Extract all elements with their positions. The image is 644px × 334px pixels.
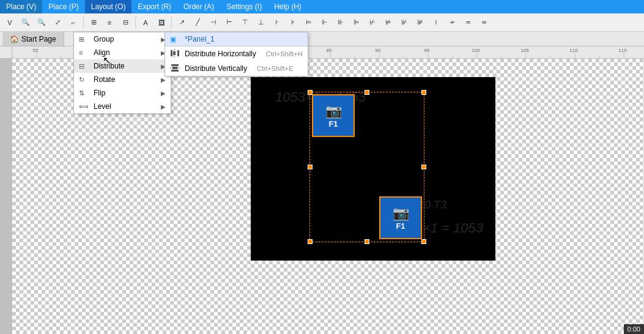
toolbar-btn-group[interactable]: ⊞ — [86, 15, 101, 30]
toolbar-btn-fullscreen[interactable]: ⤢ — [50, 15, 65, 30]
toolbar-btn-dist14[interactable]: ≃ — [476, 15, 491, 30]
svg-rect-76 — [172, 67, 177, 69]
svg-text:100: 100 — [472, 48, 480, 53]
svg-rect-70 — [177, 50, 179, 56]
rotate-icon: ↻ — [79, 76, 90, 84]
toolbar-btn-align[interactable]: ≡ — [102, 15, 117, 30]
toolbar-btn-align-m[interactable]: ⊥ — [254, 15, 268, 30]
tab-label: Start Page — [21, 35, 56, 43]
svg-text:95: 95 — [424, 48, 430, 53]
handle-bm[interactable] — [365, 239, 369, 244]
toolbar-sep-1 — [83, 17, 84, 29]
toolbar-btn-dist13[interactable]: ≂ — [461, 15, 475, 30]
toolbar-sep-2 — [135, 17, 136, 29]
menu-settings[interactable]: Settings (I) — [220, 0, 268, 13]
status-text: 0:00 — [627, 325, 640, 333]
toolbar-btn-dist5[interactable]: ⊪ — [333, 15, 348, 30]
layout-menu-distribute[interactable]: ⊟ Distribute ▶ — [74, 59, 171, 73]
distribute-vertically-item[interactable]: Distribute Vertically Ctrl+Shift+E — [165, 61, 308, 76]
handle-tm[interactable] — [365, 90, 369, 95]
ruler-corner — [0, 46, 12, 59]
toolbar: V 🔍 🔍 ⤢ ⌐ ⊞ ≡ ⊟ A 🖼 ↗ ╱ ⊣ ⊢ ⊤ ⊥ ⊦ ⊧ ⊨ ⊩ … — [0, 13, 644, 32]
distribute-submenu: ▣ *Panel_1 Distribute Horizontally Ctrl+… — [165, 32, 308, 76]
toolbar-btn-dist1[interactable]: ⊦ — [270, 15, 284, 30]
svg-text:90: 90 — [376, 48, 381, 53]
toolbar-btn-select[interactable]: V — [2, 15, 17, 30]
level-arrow: ▶ — [161, 103, 166, 110]
panel-black: 1053×1 = 1053 10·T3 1053×1 = 1053 10·T3 … — [251, 77, 495, 261]
level-icon: ⟺ — [79, 103, 90, 111]
layout-menu-group[interactable]: ⊞ Group ▶ — [74, 32, 171, 46]
svg-text:105: 105 — [520, 48, 529, 53]
svg-rect-69 — [171, 50, 172, 56]
menu-place-p[interactable]: Place (P) — [42, 0, 84, 13]
toolbar-btn-dist3[interactable]: ⊨ — [302, 15, 316, 30]
dist-v-icon — [170, 64, 181, 73]
distribute-horizontally-item[interactable]: Distribute Horizontally Ctrl+Shift+H — [165, 46, 308, 61]
handle-ml[interactable] — [308, 165, 313, 169]
toolbar-btn-dist10[interactable]: ⊯ — [413, 15, 427, 30]
handle-br[interactable] — [421, 239, 426, 244]
svg-text:115: 115 — [618, 48, 627, 53]
panel-1-item[interactable]: ▣ *Panel_1 — [165, 32, 308, 46]
toolbar-btn-square[interactable]: ⌐ — [66, 15, 81, 30]
selection-box — [309, 92, 424, 242]
handle-mr[interactable] — [421, 165, 426, 169]
svg-rect-74 — [171, 70, 179, 72]
menu-place-v[interactable]: Place (V) — [0, 0, 42, 13]
toolbar-btn-align-r[interactable]: ⊢ — [222, 15, 237, 30]
panel-icon: ▣ — [170, 35, 181, 43]
toolbar-btn-dist6[interactable]: ⊫ — [349, 15, 364, 30]
toolbar-btn-dist11[interactable]: ≀ — [429, 15, 443, 30]
handle-tr[interactable] — [421, 90, 426, 95]
svg-rect-72 — [173, 51, 176, 55]
distribute-icon: ⊟ — [79, 62, 90, 70]
flip-arrow: ▶ — [161, 90, 166, 97]
toolbar-btn-zoom-in[interactable]: 🔍 — [34, 15, 49, 30]
layout-menu: ⊞ Group ▶ ≡ Align ▶ ⊟ Distribute ▶ ↻ Rot… — [73, 32, 171, 114]
svg-text:55: 55 — [33, 48, 39, 53]
layout-menu-rotate[interactable]: ↻ Rotate ▶ — [74, 73, 171, 86]
ruler-left-col: 260 255 250 245 240 235 — [0, 46, 12, 334]
toolbar-btn-dist7[interactable]: ⊬ — [365, 15, 380, 30]
handle-bl[interactable] — [308, 239, 313, 244]
handle-tl[interactable] — [308, 90, 313, 95]
svg-rect-73 — [171, 64, 179, 66]
layout-menu-level[interactable]: ⟺ Level ▶ — [74, 100, 171, 113]
toolbar-btn-dist8[interactable]: ⊭ — [381, 15, 396, 30]
rotate-arrow: ▶ — [161, 76, 166, 83]
toolbar-btn-image[interactable]: 🖼 — [154, 15, 169, 30]
flip-icon: ⇅ — [79, 89, 90, 97]
svg-text:110: 110 — [569, 48, 578, 53]
toolbar-btn-dist9[interactable]: ⊮ — [397, 15, 412, 30]
toolbar-btn-dist12[interactable]: ≁ — [445, 15, 459, 30]
home-icon: 🏠 — [10, 35, 19, 43]
status-bar: 0:00 — [624, 324, 644, 334]
toolbar-btn-zoom-out[interactable]: 🔍 — [18, 15, 33, 30]
toolbar-btn-align-l[interactable]: ⊣ — [206, 15, 221, 30]
dist-h-icon — [170, 49, 181, 59]
layout-menu-flip[interactable]: ⇅ Flip ▶ — [74, 86, 171, 100]
menu-help[interactable]: Help (H) — [268, 0, 308, 13]
toolbar-btn-dist2[interactable]: ⊧ — [286, 15, 300, 30]
menu-export[interactable]: Export (R) — [131, 0, 177, 13]
svg-text:85: 85 — [327, 48, 332, 53]
toolbar-btn-text[interactable]: A — [138, 15, 153, 30]
tab-start-page[interactable]: 🏠 Start Page — [2, 32, 64, 46]
toolbar-btn-dist4[interactable]: ⊩ — [317, 15, 332, 30]
toolbar-btn-arrow[interactable]: ↗ — [174, 15, 189, 30]
toolbar-btn-distribute[interactable]: ⊟ — [118, 15, 133, 30]
layout-menu-align[interactable]: ≡ Align ▶ — [74, 46, 171, 59]
menu-order[interactable]: Order (A) — [177, 0, 220, 13]
align-icon: ≡ — [79, 49, 90, 56]
menu-layout[interactable]: Layout (O) — [85, 0, 132, 13]
group-icon: ⊞ — [79, 35, 90, 43]
toolbar-btn-align-c[interactable]: ⊤ — [238, 15, 253, 30]
toolbar-btn-line[interactable]: ╱ — [190, 15, 205, 30]
menu-bar: Place (V) Place (P) Layout (O) Export (R… — [0, 0, 644, 13]
toolbar-sep-3 — [171, 17, 172, 29]
